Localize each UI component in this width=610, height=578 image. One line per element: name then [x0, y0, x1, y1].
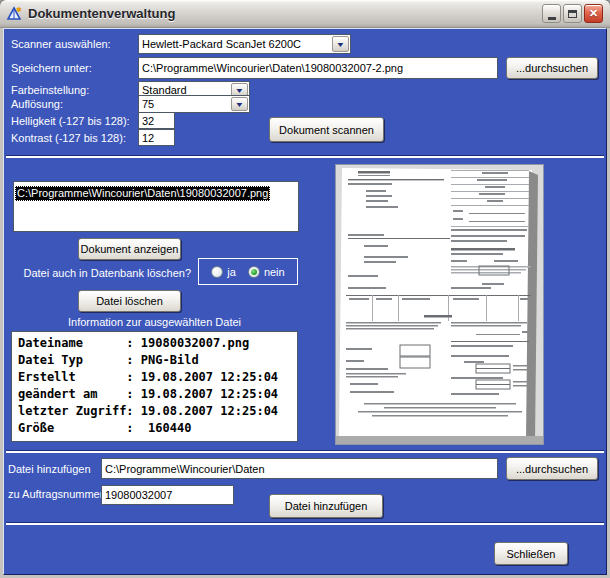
scale-app-icon: ✱ — [6, 5, 23, 22]
resolution-select[interactable]: 75 ▼ — [138, 95, 250, 113]
delete-file-button-label: Datei löschen — [96, 295, 163, 307]
delete-db-radio-group: ja nein — [198, 258, 298, 285]
file-listbox[interactable]: C:\Programme\Wincourier\Daten\1908003200… — [13, 181, 299, 232]
add-file-path-input[interactable] — [101, 458, 498, 479]
dokumentenverwaltung-window: ✱ Dokumentenverwaltung ✕ Scanner auswähl… — [0, 0, 610, 578]
order-number-label: zu Auftragsnummer: — [8, 488, 106, 501]
save-path-input[interactable] — [138, 57, 498, 79]
minimize-icon — [548, 17, 556, 20]
radio-option-nein[interactable]: nein — [248, 266, 285, 278]
dialog-body: Scanner auswählen: Hewlett-Packard ScanJ… — [3, 28, 607, 575]
browse-save-button-label: ...durchsuchen — [516, 62, 588, 74]
resolution-value: 75 — [139, 98, 230, 110]
color-setting-label: Farbeinstellung: — [11, 84, 89, 97]
delete-in-database-question: Datei auch in Datenbank löschen? — [11, 267, 191, 280]
scanner-selected-value: Hewlett-Packard ScanJet 6200C — [139, 38, 331, 50]
add-file-label: Datei hinzufügen — [8, 463, 91, 476]
contrast-label: Kontrast (-127 bis 128): — [11, 132, 126, 145]
brightness-input[interactable] — [138, 112, 175, 129]
separator-middle — [6, 451, 604, 453]
maximize-button[interactable] — [563, 4, 582, 23]
file-list-item-selected[interactable]: C:\Programme\Wincourier\Daten\1908003200… — [15, 186, 270, 201]
info-line-size: Größe : 160440 — [18, 420, 291, 437]
add-file-button[interactable]: Datei hinzufügen — [269, 494, 383, 518]
schliessen-button-label: Schließen — [507, 548, 556, 560]
info-line-filename: Dateiname : 19080032007.png — [18, 335, 291, 352]
schliessen-button[interactable]: Schließen — [494, 542, 568, 565]
delete-file-button[interactable]: Datei löschen — [78, 290, 181, 312]
scanned-document-image — [336, 165, 543, 444]
radio-nein-label: nein — [264, 266, 285, 278]
info-line-lastaccess: letzter Zugriff: 19.08.2007 12:25:04 — [18, 403, 291, 420]
window-title: Dokumentenverwaltung — [28, 6, 542, 21]
file-info-box: Dateiname : 19080032007.png Datei Typ : … — [11, 331, 298, 442]
maximize-icon — [568, 10, 577, 18]
add-file-button-label: Datei hinzufügen — [285, 500, 368, 512]
chevron-down-icon: ▼ — [336, 41, 346, 48]
title-bar[interactable]: ✱ Dokumentenverwaltung ✕ — [0, 0, 610, 28]
scan-document-button[interactable]: Dokument scannen — [269, 117, 384, 142]
chevron-down-icon: ▼ — [235, 101, 245, 108]
show-document-button[interactable]: Dokument anzeigen — [78, 238, 181, 260]
info-line-modified: geändert am : 19.08.2007 12:25:04 — [18, 386, 291, 403]
radio-ja-label: ja — [227, 266, 236, 278]
resolution-label: Auflösung: — [11, 98, 63, 111]
scanner-label: Scanner auswählen: — [11, 38, 111, 51]
browse-add-button-label: ...durchsuchen — [516, 463, 588, 475]
browse-save-button[interactable]: ...durchsuchen — [506, 57, 598, 79]
chevron-down-icon: ▼ — [235, 87, 245, 94]
minimize-button[interactable] — [542, 4, 561, 23]
svg-text:✱: ✱ — [16, 6, 22, 14]
radio-option-ja[interactable]: ja — [211, 266, 236, 278]
close-icon: ✕ — [589, 7, 598, 20]
info-line-filetype: Datei Typ : PNG-Bild — [18, 352, 291, 369]
separator-top — [6, 156, 604, 158]
browse-add-button[interactable]: ...durchsuchen — [506, 457, 598, 480]
brightness-label: Helligkeit (-127 bis 128): — [11, 115, 130, 128]
contrast-input[interactable] — [138, 129, 175, 146]
separator-bottom — [6, 523, 604, 525]
close-button[interactable]: ✕ — [584, 4, 603, 23]
radio-nein-icon[interactable] — [248, 266, 260, 278]
scanned-document-preview — [335, 164, 544, 445]
info-line-created: Erstellt : 19.08.2007 12:25:04 — [18, 369, 291, 386]
scan-document-button-label: Dokument scannen — [279, 124, 374, 136]
scanner-select[interactable]: Hewlett-Packard ScanJet 6200C ▼ — [138, 34, 351, 54]
save-as-label: Speichern unter: — [11, 62, 92, 75]
window-controls: ✕ — [542, 4, 603, 23]
scanner-dropdown-button[interactable]: ▼ — [332, 36, 349, 52]
show-document-button-label: Dokument anzeigen — [81, 243, 179, 255]
radio-ja-icon[interactable] — [211, 266, 223, 278]
file-info-title: Information zur ausgewählten Datei — [11, 316, 298, 329]
resolution-dropdown-button[interactable]: ▼ — [231, 97, 248, 111]
order-number-input[interactable] — [101, 485, 234, 505]
